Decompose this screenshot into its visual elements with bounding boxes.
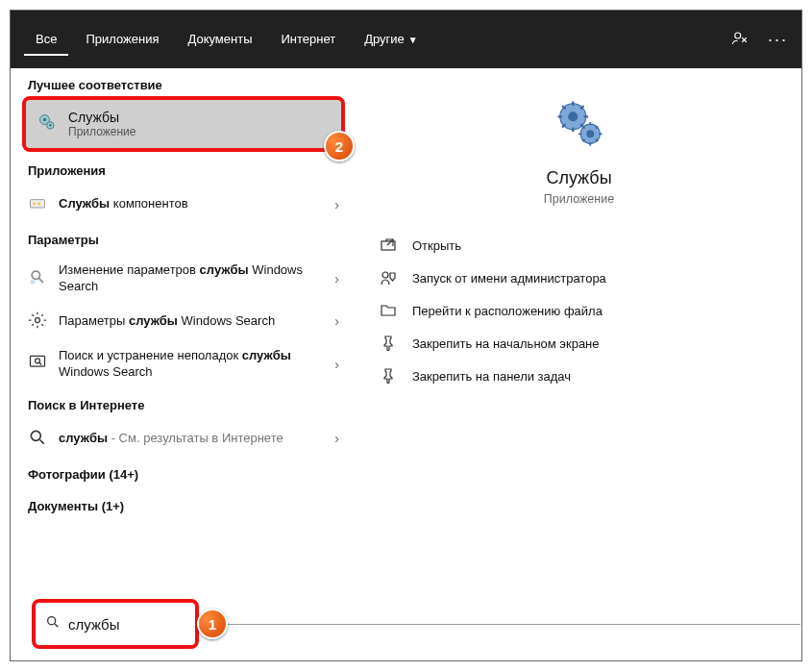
chevron-right-icon: ›	[334, 313, 339, 329]
svg-point-2	[43, 118, 46, 121]
svg-point-0	[735, 33, 741, 38]
pin-icon	[380, 335, 397, 352]
svg-point-17	[586, 131, 593, 137]
chevron-right-icon: ›	[334, 431, 339, 446]
preview-actions: Открыть Запуск от имени администратора П…	[357, 229, 801, 392]
action-run-admin[interactable]: Запуск от имени администратора	[380, 261, 801, 294]
svg-point-4	[49, 124, 52, 127]
open-icon	[380, 236, 397, 254]
svg-point-20	[48, 617, 56, 625]
svg-rect-11	[31, 357, 45, 367]
best-match-item[interactable]: Службы Приложение	[26, 100, 341, 148]
chevron-right-icon: ›	[334, 357, 339, 372]
row-web-search[interactable]: службы - См. результаты в Интернете ›	[11, 420, 357, 458]
search-box[interactable]	[36, 603, 195, 645]
section-settings: Параметры	[11, 223, 357, 255]
section-photos[interactable]: Фотографии (14+)	[11, 458, 357, 489]
best-match-subtitle: Приложение	[68, 125, 135, 138]
divider	[212, 624, 800, 625]
section-apps: Приложения	[11, 154, 357, 186]
chevron-right-icon: ›	[334, 197, 339, 212]
search-input[interactable]	[68, 616, 164, 633]
tabs: Все Приложения Документы Интернет Другие…	[24, 24, 430, 56]
row-troubleshoot-search[interactable]: Поиск и устранение неполадок службы Wind…	[11, 340, 357, 388]
search-bar-area: 1	[20, 597, 812, 651]
svg-point-9	[31, 280, 36, 285]
tab-web[interactable]: Интернет	[269, 24, 347, 56]
callout-2: 2	[324, 131, 355, 162]
admin-icon	[380, 269, 397, 286]
topbar: Все Приложения Документы Интернет Другие…	[11, 11, 801, 68]
preview-panel: Службы Приложение Открыть Запуск от имен…	[357, 68, 801, 607]
chevron-right-icon: ›	[334, 271, 339, 286]
section-best-match: Лучшее соответствие	[11, 68, 357, 100]
troubleshoot-icon	[28, 353, 47, 375]
more-icon[interactable]: ···	[768, 30, 788, 50]
svg-point-15	[568, 112, 577, 121]
svg-point-7	[37, 202, 40, 205]
chevron-down-icon: ▼	[408, 35, 418, 45]
section-documents[interactable]: Документы (1+)	[11, 489, 357, 521]
row-windows-search-params[interactable]: Параметры службы Windows Search ›	[11, 303, 357, 340]
svg-point-8	[32, 272, 39, 280]
gear-icon	[28, 311, 47, 333]
folder-icon	[380, 302, 397, 319]
services-icon	[37, 112, 57, 136]
tab-more[interactable]: Другие▼	[353, 24, 430, 56]
pin-icon	[380, 367, 397, 385]
row-change-search-params[interactable]: Изменение параметров службы Windows Sear…	[11, 255, 357, 303]
svg-point-10	[36, 317, 40, 322]
search-icon	[28, 428, 47, 450]
indexing-icon	[28, 267, 47, 289]
preview-title: Службы	[546, 168, 611, 188]
svg-point-6	[33, 202, 36, 205]
results-panel: Лучшее соответствие Службы Приложение 2 …	[11, 68, 357, 607]
action-file-location[interactable]: Перейти к расположению файла	[380, 294, 801, 327]
component-services-icon	[28, 193, 47, 215]
tab-documents[interactable]: Документы	[176, 24, 263, 56]
search-icon	[45, 614, 61, 634]
svg-point-19	[382, 272, 388, 278]
action-pin-start[interactable]: Закрепить на начальном экране	[380, 327, 801, 360]
row-component-services[interactable]: Службы компонентов ›	[11, 186, 357, 223]
tab-apps[interactable]: Приложения	[74, 24, 170, 56]
section-web: Поиск в Интернете	[11, 388, 357, 420]
svg-point-13	[31, 431, 40, 440]
best-match-title: Службы	[68, 110, 135, 125]
services-large-icon	[554, 97, 605, 153]
action-open[interactable]: Открыть	[380, 229, 801, 261]
feedback-icon[interactable]	[731, 30, 749, 50]
tab-all[interactable]: Все	[24, 24, 68, 56]
callout-1: 1	[197, 609, 228, 639]
action-pin-taskbar[interactable]: Закрепить на панели задач	[380, 360, 801, 392]
preview-subtitle: Приложение	[544, 192, 614, 206]
